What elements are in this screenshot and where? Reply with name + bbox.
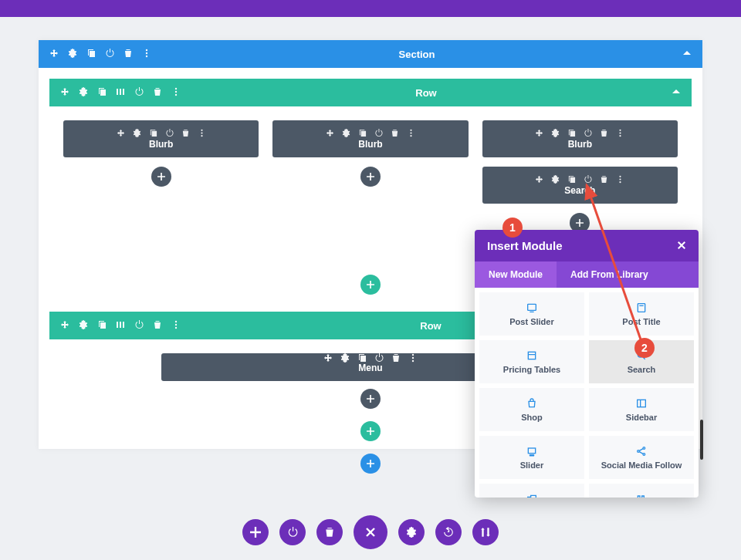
module-option-shop[interactable]: Shop: [479, 388, 584, 431]
power-icon[interactable]: [105, 49, 114, 60]
module-label: Blurb: [482, 139, 678, 150]
module-option-sidebar[interactable]: Sidebar: [589, 388, 694, 431]
svg-point-17: [638, 450, 640, 453]
annotation-arrow: [509, 177, 648, 347]
gear-icon[interactable]: [79, 320, 88, 332]
module-label: Menu: [358, 363, 382, 381]
module-option-tabs[interactable]: Tabs: [479, 484, 584, 498]
annotation-2: 2: [634, 338, 655, 358]
svg-rect-11: [638, 400, 646, 407]
bottom-sort-button[interactable]: [472, 519, 499, 545]
columns-icon[interactable]: [116, 87, 125, 99]
top-bar: [0, 0, 741, 17]
column-2: Blurb: [272, 120, 468, 233]
bottom-add-button[interactable]: [242, 519, 269, 545]
power-icon[interactable]: [134, 320, 144, 332]
move-icon[interactable]: [60, 87, 69, 99]
module-label: Blurb: [272, 139, 468, 150]
move-icon[interactable]: [60, 320, 69, 332]
chevron-up-icon[interactable]: [672, 87, 681, 99]
dots-icon[interactable]: [171, 320, 181, 332]
close-icon[interactable]: [677, 239, 686, 252]
bottom-history-button[interactable]: [435, 519, 462, 545]
row-header-1[interactable]: Row: [49, 79, 692, 106]
svg-point-15: [531, 455, 532, 456]
duplicate-icon[interactable]: [86, 49, 96, 60]
gear-icon[interactable]: [68, 49, 77, 60]
module-blurb[interactable]: Blurb: [272, 120, 468, 157]
dots-icon[interactable]: [171, 87, 181, 99]
add-section-button[interactable]: [360, 454, 381, 474]
bottom-trash-button[interactable]: [316, 519, 343, 545]
trash-icon[interactable]: [153, 87, 162, 99]
chevron-up-icon[interactable]: [682, 49, 692, 60]
duplicate-icon[interactable]: [97, 320, 107, 332]
svg-line-20: [639, 449, 643, 451]
bottom-close-button[interactable]: [354, 515, 387, 549]
svg-line-21: [639, 452, 643, 454]
section-title: Section: [151, 49, 682, 60]
add-row-button[interactable]: [360, 275, 381, 295]
module-label: Blurb: [63, 139, 259, 150]
annotation-1: 1: [502, 218, 523, 238]
svg-point-16: [533, 455, 533, 456]
svg-point-19: [643, 454, 645, 456]
trash-icon[interactable]: [124, 49, 133, 60]
power-icon[interactable]: [134, 87, 144, 99]
add-module-button[interactable]: [360, 167, 381, 187]
add-module-button[interactable]: [151, 167, 171, 187]
side-handle[interactable]: [700, 420, 703, 460]
move-icon[interactable]: [49, 49, 59, 60]
svg-point-14: [530, 455, 530, 456]
module-option-testimonial[interactable]: Testimonial: [589, 484, 694, 498]
svg-line-28: [587, 185, 641, 339]
column-1: Blurb: [63, 120, 259, 233]
trash-icon[interactable]: [153, 320, 162, 332]
module-blurb[interactable]: Blurb: [482, 120, 678, 157]
bottom-power-button[interactable]: [279, 519, 306, 545]
duplicate-icon[interactable]: [97, 87, 107, 99]
svg-rect-7: [528, 352, 535, 359]
svg-point-18: [643, 447, 645, 450]
module-option-social-media-follow[interactable]: Social Media Follow: [589, 436, 694, 479]
row-title: Row: [181, 87, 672, 99]
module-option-slider[interactable]: Slider: [479, 436, 584, 479]
dots-icon[interactable]: [142, 49, 151, 60]
gear-icon[interactable]: [79, 87, 88, 99]
bottom-toolbar: [0, 504, 741, 560]
svg-rect-13: [528, 448, 535, 454]
columns-icon[interactable]: [116, 320, 125, 332]
add-row-button[interactable]: [360, 421, 381, 441]
bottom-settings-button[interactable]: [398, 519, 425, 545]
add-module-button[interactable]: [360, 389, 381, 409]
module-blurb[interactable]: Blurb: [63, 120, 259, 157]
section-header[interactable]: Section: [39, 40, 702, 68]
